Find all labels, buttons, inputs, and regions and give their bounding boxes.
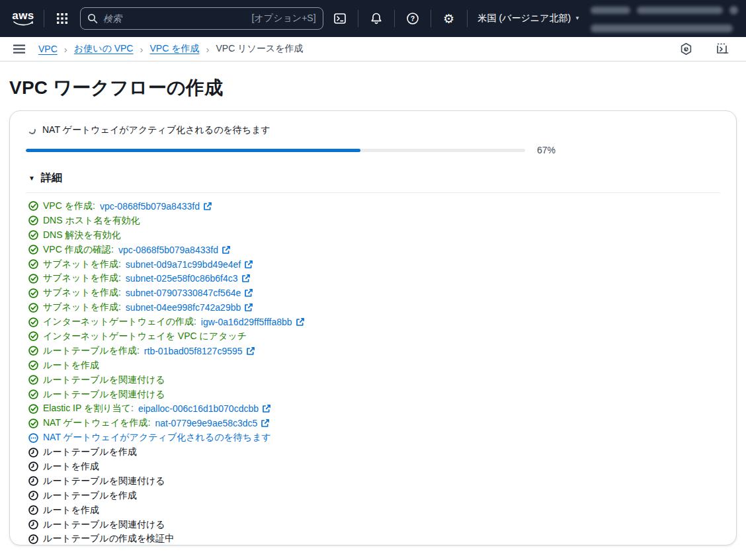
- external-link-icon: [244, 260, 253, 269]
- task-label: VPC を作成:: [43, 200, 95, 212]
- success-check-icon: [28, 375, 38, 385]
- task-row: ルートを作成: [28, 503, 720, 518]
- breadcrumb-separator-icon: ›: [140, 44, 143, 55]
- task-label: NAT ゲートウェイがアクティブ化されるのを待ちます: [43, 432, 271, 444]
- breadcrumb-link[interactable]: お使いの VPC: [74, 43, 134, 55]
- task-row: サブネットを作成: subnet-025e58f0c86b6f4c3: [28, 271, 720, 286]
- resource-id: igw-0a16d29ff5fffa8bb: [201, 317, 292, 327]
- task-row: ルートテーブルを作成: [28, 445, 720, 460]
- task-label: Elastic IP を割り当て:: [43, 403, 134, 415]
- command-palette-icon[interactable]: [712, 38, 734, 60]
- task-row: Elastic IP を割り当て: eipalloc-006c16d1b070c…: [28, 401, 720, 416]
- progress-percent: 67%: [537, 145, 556, 155]
- hamburger-menu-icon[interactable]: [12, 42, 26, 56]
- loading-spinner-icon: [28, 126, 37, 135]
- region-label: 米国 (バージニア北部): [478, 13, 571, 24]
- external-link-icon: [244, 288, 253, 298]
- notifications-bell-icon[interactable]: [365, 7, 388, 30]
- caret-down-icon: ▼: [575, 16, 580, 21]
- breadcrumb-link[interactable]: VPC を作成: [149, 43, 199, 55]
- breadcrumb-link[interactable]: VPC: [38, 44, 58, 54]
- task-row: サブネットを作成: subnet-07907330847cf564e: [28, 286, 720, 300]
- task-label: ルートを作成: [43, 504, 99, 516]
- current-step-text: NAT ゲートウェイがアクティブ化されるのを待ちます: [42, 124, 270, 136]
- svg-text:?: ?: [410, 15, 414, 22]
- progress-bar: [26, 149, 525, 152]
- resource-id: vpc-0868f5b079a8433fd: [118, 245, 218, 255]
- search-input[interactable]: [103, 13, 247, 24]
- details-expander[interactable]: ▼ 詳細: [28, 171, 720, 185]
- resource-link[interactable]: subnet-04ee998fc742a29bb: [126, 302, 253, 313]
- task-label: ルートテーブルを作成:: [43, 345, 140, 357]
- task-label: サブネットを作成:: [43, 301, 121, 313]
- search-shortcut-hint: [オプション+S]: [252, 13, 316, 24]
- aws-logo[interactable]: aws: [9, 11, 37, 26]
- resource-link[interactable]: vpc-0868f5b079a8433fd: [100, 201, 212, 212]
- success-check-icon: [28, 245, 38, 255]
- resource-link[interactable]: subnet-025e58f0c86b6f4c3: [126, 273, 251, 284]
- resource-link[interactable]: igw-0a16d29ff5fffa8bb: [201, 317, 305, 327]
- aws-smile-icon: [13, 20, 33, 26]
- task-label: NAT ゲートウェイを作成:: [43, 417, 150, 429]
- divider: [394, 10, 395, 27]
- task-label: サブネットを作成:: [43, 287, 121, 299]
- external-link-icon: [261, 419, 270, 428]
- task-label: インターネットゲートウェイを VPC にアタッチ: [43, 331, 247, 342]
- external-link-icon: [244, 303, 253, 312]
- task-row: ルートテーブルを作成: [28, 489, 720, 503]
- task-row: ルートテーブルを関連付ける: [28, 373, 720, 387]
- resource-link[interactable]: subnet-07907330847cf564e: [126, 288, 253, 298]
- task-row: VPC を作成: vpc-0868f5b079a8433fd: [28, 199, 720, 214]
- region-selector[interactable]: 米国 (バージニア北部) ▼: [474, 13, 584, 24]
- search-box[interactable]: [オプション+S]: [80, 7, 323, 30]
- success-check-icon: [28, 331, 38, 341]
- breadcrumb-item: お使いの VPC ›: [74, 43, 144, 55]
- breadcrumb-bar-actions: [675, 38, 734, 60]
- current-step-status: NAT ゲートウェイがアクティブ化されるのを待ちます: [28, 124, 720, 136]
- gear-glyph: ⚙: [443, 13, 454, 25]
- task-row: サブネットを作成: subnet-0d9a71c99bd49e4ef: [28, 257, 720, 272]
- page-title: VPC ワークフローの作成: [9, 75, 737, 100]
- pending-clock-icon: [28, 461, 38, 471]
- pending-clock-icon: [28, 520, 38, 530]
- pending-clock-icon: [28, 491, 38, 500]
- resource-id: subnet-025e58f0c86b6f4c3: [126, 273, 238, 284]
- task-label: ルートテーブルを作成: [43, 490, 137, 502]
- redacted-account-line: [591, 24, 738, 32]
- pending-clock-icon: [28, 448, 38, 458]
- apps-grid-icon[interactable]: [51, 7, 73, 30]
- task-row: ルートテーブルを関連付ける: [28, 474, 720, 489]
- settings-gear-icon[interactable]: ⚙: [438, 7, 460, 30]
- breadcrumb-current: VPC リソースを作成: [216, 43, 303, 55]
- resource-link[interactable]: eipalloc-006c16d1b070cdcbb: [138, 403, 271, 414]
- help-icon[interactable]: ?: [401, 7, 424, 30]
- hexagon-clock-icon[interactable]: [675, 38, 697, 60]
- redacted-account-line: [591, 6, 738, 15]
- task-row: インターネットゲートウェイを VPC にアタッチ: [28, 329, 720, 344]
- resource-id: rtb-01bad05f8127c9595: [144, 346, 243, 356]
- task-label: ルートテーブルの作成を検証中: [43, 533, 174, 545]
- account-menu-redacted[interactable]: [584, 0, 746, 37]
- resource-link[interactable]: vpc-0868f5b079a8433fd: [118, 245, 231, 255]
- task-row: サブネットを作成: subnet-04ee998fc742a29bb: [28, 300, 720, 315]
- task-row: ルートテーブルを関連付ける: [28, 518, 720, 532]
- divider: [44, 10, 44, 27]
- cloudshell-icon[interactable]: [329, 7, 351, 30]
- resource-link[interactable]: rtb-01bad05f8127c9595: [144, 346, 255, 356]
- resource-id: subnet-04ee998fc742a29bb: [126, 302, 241, 313]
- task-label: サブネットを作成:: [43, 259, 121, 270]
- search-icon: [87, 13, 98, 24]
- pending-clock-icon: [28, 476, 38, 486]
- task-label: ルートテーブルを関連付ける: [43, 389, 165, 401]
- breadcrumb-item: VPC を作成 ›: [149, 43, 209, 55]
- divider: [467, 10, 468, 27]
- resource-link[interactable]: subnet-0d9a71c99bd49e4ef: [126, 259, 253, 270]
- success-check-icon: [28, 360, 38, 370]
- task-label: VPC 作成の確認:: [43, 244, 114, 256]
- task-label: サブネットを作成:: [43, 272, 121, 284]
- task-label: ルートテーブルを作成: [43, 446, 137, 458]
- resource-link[interactable]: nat-0779e9e9ae58c3dc5: [155, 418, 270, 428]
- task-row: DNS 解決を有効化: [28, 228, 720, 243]
- success-check-icon: [28, 274, 38, 284]
- breadcrumb-item: VPC リソースを作成 ›: [216, 43, 303, 55]
